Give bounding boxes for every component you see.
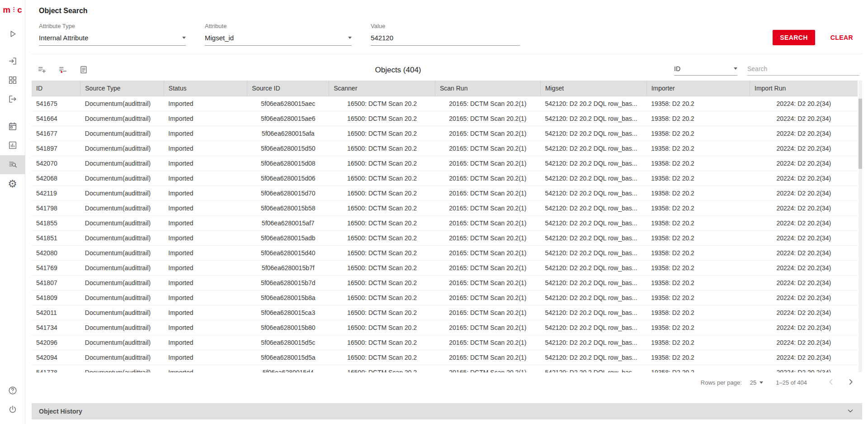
table-cell: Documentum(audittrail) [80,156,164,171]
objects-toolbar: Objects (404) ID [32,60,862,81]
table-cell: Imported [164,200,247,215]
table-cell: 20165: DCTM Scan 20.2(1) [435,275,540,290]
sidebar-item-export[interactable] [0,90,25,109]
value-input[interactable] [371,34,520,46]
column-header-status[interactable]: Status [164,81,247,96]
sidebar-item-run[interactable] [0,25,25,44]
table-cell: 20165: DCTM Scan 20.2(1) [435,141,540,156]
table-row[interactable]: 541675Documentum(audittrail)Imported5f06… [32,96,858,111]
sidebar-item-scheduler[interactable] [0,117,25,136]
object-history-title: Object History [39,408,82,415]
table-row[interactable]: 542096Documentum(audittrail)Imported5f06… [32,335,858,350]
table-cell: 20224: D2 20.2(34) [750,290,858,305]
chevron-down-icon [734,67,737,70]
column-header-source-id[interactable]: Source ID [247,81,329,96]
table-row[interactable]: 541798Documentum(audittrail)Imported5f06… [32,200,858,215]
table-row[interactable]: 541769Documentum(audittrail)Imported5f06… [32,260,858,275]
add-to-list-button[interactable] [36,64,48,77]
table-row[interactable]: 541664Documentum(audittrail)Imported5f06… [32,111,858,126]
column-filter-select[interactable]: ID [674,65,737,76]
next-page-button[interactable] [846,377,856,388]
table-cell: Documentum(audittrail) [80,350,164,365]
table-cell: 5f06ea6280015b58 [247,200,329,215]
table-cell: 20165: DCTM Scan 20.2(1) [435,365,540,372]
table-row[interactable]: 541897Documentum(audittrail)Imported5f06… [32,141,858,156]
table-cell: 541677 [32,126,80,141]
objects-table-header-row: IDSource TypeStatusSource IDScannerScan … [32,81,858,96]
table-row[interactable]: 542068Documentum(audittrail)Imported5f06… [32,171,858,186]
table-cell: Documentum(audittrail) [80,290,164,305]
sidebar-item-import[interactable] [0,52,25,71]
remove-from-list-button[interactable] [57,64,69,77]
logo-text-left: m [3,5,10,14]
table-cell: 20224: D2 20.2(34) [750,365,858,372]
table-scrollbar-thumb[interactable] [859,99,862,169]
table-cell: 542068 [32,171,80,186]
table-row[interactable]: 541807Documentum(audittrail)Imported5f06… [32,275,858,290]
chevron-down-icon[interactable] [846,406,855,417]
clear-button[interactable]: CLEAR [829,30,855,45]
table-cell: 19358: D2 20.2 [646,335,750,350]
table-cell: 5f06ea6280015ca3 [247,305,329,320]
column-header-migset[interactable]: Migset [540,81,646,96]
rows-per-page-select[interactable]: 25 [750,379,763,386]
sidebar-item-dashboard[interactable] [0,71,25,90]
table-cell: 542120: D2 20.2 DQL row_bas... [540,215,646,230]
table-cell: 16500: DCTM Scan 20.2 [329,186,435,200]
table-row[interactable]: 542011Documentum(audittrail)Imported5f06… [32,305,858,320]
column-header-scanner[interactable]: Scanner [329,81,435,96]
previous-page-button[interactable] [826,377,836,388]
table-row[interactable]: 541734Documentum(audittrail)Imported5f06… [32,320,858,335]
table-cell: 20224: D2 20.2(34) [750,215,858,230]
table-cell: 542120: D2 20.2 DQL row_bas... [540,230,646,245]
column-header-id[interactable]: ID [32,81,80,96]
table-cell: 541798 [32,200,80,215]
table-row[interactable]: 541851Documentum(audittrail)Imported5f06… [32,230,858,245]
table-cell: Documentum(audittrail) [80,275,164,290]
table-cell: Documentum(audittrail) [80,260,164,275]
table-cell: 541809 [32,290,80,305]
object-history-panel[interactable]: Object History [32,403,862,419]
play-icon [8,29,18,40]
table-cell: 542120: D2 20.2 DQL row_bas... [540,111,646,126]
table-scrollbar[interactable] [859,81,862,372]
table-row[interactable]: 541677Documentum(audittrail)Imported5f06… [32,126,858,141]
sidebar-item-help[interactable] [0,381,25,400]
gear-icon: ⚙ [8,179,17,189]
column-header-scan-run[interactable]: Scan Run [435,81,540,96]
search-button[interactable]: SEARCH [773,30,815,45]
sidebar-item-settings[interactable]: ⚙ [0,174,25,193]
table-cell: Documentum(audittrail) [80,335,164,350]
table-cell: 5f06ea6280015b80 [247,320,329,335]
table-cell: 542120: D2 20.2 DQL row_bas... [540,365,646,372]
table-cell: 16500: DCTM Scan 20.2 [329,171,435,186]
column-header-import-run[interactable]: Import Run [750,81,858,96]
table-cell: 5f06ea6280015afa [247,126,329,141]
sidebar-item-reports[interactable] [0,136,25,155]
table-row[interactable]: 542119Documentum(audittrail)Imported5f06… [32,186,858,200]
table-cell: 20165: DCTM Scan 20.2(1) [435,245,540,260]
details-button[interactable] [78,64,90,77]
table-cell: Imported [164,96,247,111]
table-row[interactable]: 541778Documentum(audittrail)Imported5f06… [32,365,858,372]
table-cell: 541675 [32,96,80,111]
table-cell: Documentum(audittrail) [80,320,164,335]
attribute-type-select[interactable]: Internal Attribute [39,34,186,46]
column-header-importer[interactable]: Importer [646,81,750,96]
attribute-select[interactable]: Migset_id [205,34,352,46]
column-header-source-type[interactable]: Source Type [80,81,164,96]
table-cell: 542120: D2 20.2 DQL row_bas... [540,126,646,141]
table-row[interactable]: 542070Documentum(audittrail)Imported5f06… [32,156,858,171]
table-row[interactable]: 541809Documentum(audittrail)Imported5f06… [32,290,858,305]
column-filter-value: ID [674,65,680,72]
table-search-input[interactable] [747,65,859,76]
table-row[interactable]: 542080Documentum(audittrail)Imported5f06… [32,245,858,260]
sidebar-item-power[interactable] [0,400,25,419]
rows-per-page-label: Rows per page: [701,379,742,386]
chevron-down-icon [182,37,186,39]
table-cell: 20165: DCTM Scan 20.2(1) [435,156,540,171]
attribute-value: Migset_id [205,34,234,42]
table-row[interactable]: 542094Documentum(audittrail)Imported5f06… [32,350,858,365]
sidebar-item-object-search[interactable] [0,155,25,174]
table-row[interactable]: 541855Documentum(audittrail)Imported5f06… [32,215,858,230]
